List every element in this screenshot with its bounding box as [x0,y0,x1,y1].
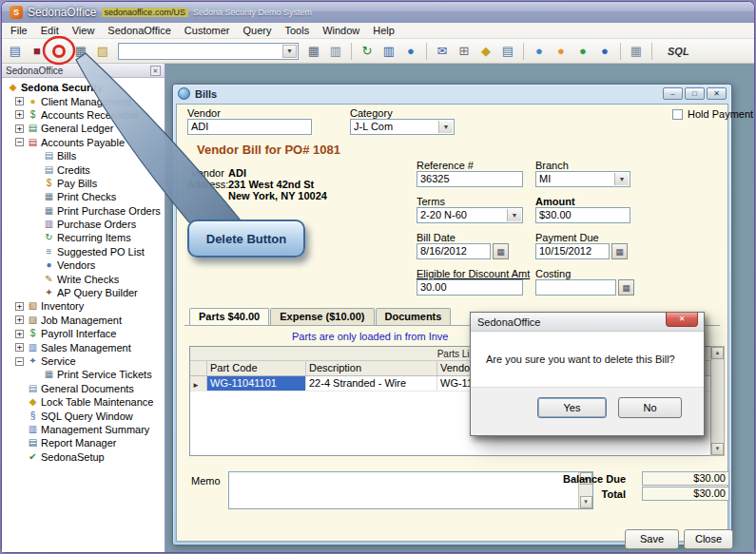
tree-item-general-documents[interactable]: ▤General Documents [2,382,165,395]
part-code-cell[interactable]: WG-11041101 [207,376,306,391]
expand-icon[interactable]: + [15,315,24,324]
menu-item-query[interactable]: Query [237,24,279,37]
expand-icon[interactable]: + [15,302,24,311]
tab-documents[interactable]: Documents [376,308,452,325]
menu-item-tools[interactable]: Tools [278,24,316,37]
tree-item-sql-query-window[interactable]: §SQL Query Window [2,409,165,422]
grid2-button[interactable]: ▦ [627,42,646,61]
printer-button[interactable]: ▦ [304,42,323,61]
hold-payment-checkbox[interactable] [672,109,683,120]
minimize-button[interactable]: – [663,87,683,100]
tree-item-lock-table-maintenance[interactable]: ◆Lock Table Maintenance [2,395,165,409]
vendor-input[interactable]: ADI [187,119,312,135]
bill-date-input[interactable]: 8/16/2012 [417,243,491,259]
collapse-icon[interactable]: − [15,357,24,366]
clock-blue-button[interactable]: ● [530,42,549,61]
maximize-button[interactable]: □ [685,87,705,100]
close-button[interactable]: Close [684,529,733,549]
bills-titlebar[interactable]: Bills – □ ✕ [173,85,731,103]
sidebar-close-icon[interactable]: ✕ [150,66,161,76]
notes-button[interactable]: ▤ [498,42,517,61]
amount-input[interactable]: $30.00 [535,207,630,223]
tree-item-credits[interactable]: ▤Credits [2,162,165,176]
tree-item-purchase-orders[interactable]: ▥Purchase Orders [2,218,165,231]
expand-icon[interactable]: + [15,343,24,352]
tree-item-payroll-interface[interactable]: +$Payroll Interface [2,327,165,340]
scroll-up-icon[interactable]: ▲ [711,347,724,359]
shield-button[interactable]: ◆ [476,42,495,61]
menu-item-sedonaoffice[interactable]: SedonaOffice [101,24,177,37]
save-button[interactable]: Save [625,529,679,549]
close-button[interactable]: ✕ [707,87,727,100]
tree-item-accounts-payable[interactable]: −▤Accounts Payable [2,136,165,149]
toolbar-combobox[interactable]: ▼ [118,43,299,60]
tree-item-sales-management[interactable]: +▥Sales Management [2,340,165,353]
tree-item-service[interactable]: −✦Service [2,354,165,368]
payment-due-input[interactable]: 10/15/2012 [535,243,610,259]
tree-item-suggested-po-list[interactable]: ≡Suggested PO List [2,245,165,258]
scroll-down-icon[interactable]: ▼ [711,443,724,455]
tab-expense[interactable]: Expense ($10.00) [270,308,374,325]
no-button[interactable]: No [618,397,682,418]
menu-item-file[interactable]: File [4,24,34,37]
category-dropdown[interactable]: J-L Com ▼ [350,119,455,135]
sql-toolbar-label[interactable]: SQL [668,46,689,57]
parts-table-scrollbar[interactable]: ▲ ▼ [710,346,725,456]
dialog-close-button[interactable]: ✕ [666,313,698,327]
menu-item-view[interactable]: View [66,24,102,37]
yes-button[interactable]: Yes [537,397,607,418]
tree-item-recurring-items[interactable]: ↻Recurring Items [2,231,165,244]
memo-input[interactable]: ▲ ▼ [228,471,593,509]
web-button[interactable]: ● [595,42,614,61]
costing-lookup-button[interactable]: ▦ [618,279,634,296]
chevron-down-icon[interactable]: ▼ [614,173,629,185]
costing-input[interactable] [535,279,616,296]
expand-icon[interactable]: + [15,124,24,133]
payment-due-calendar-button[interactable]: ▦ [611,243,628,259]
grid-button[interactable]: ▥ [326,42,345,61]
branch-dropdown[interactable]: MI ▼ [535,171,630,187]
tab-parts[interactable]: Parts $40.00 [189,308,269,325]
chevron-down-icon[interactable]: ▼ [507,209,521,221]
tree-item-accounts-receivable[interactable]: +$Accounts Receivable [2,108,165,122]
tree-item-client-management[interactable]: +●Client Management [2,94,165,107]
bill-date-calendar-button[interactable]: ▦ [493,243,509,259]
collapse-icon[interactable]: − [15,138,24,146]
tree-item-general-ledger[interactable]: +▤General Ledger [2,122,165,135]
discount-input[interactable]: 30.00 [417,279,523,296]
print-button[interactable]: ▦ [71,42,90,61]
tree-item-management-summary[interactable]: ▥Management Summary [2,423,165,436]
expand-icon[interactable]: + [15,110,24,119]
reference-input[interactable]: 36325 [417,171,523,187]
tree-item-inventory[interactable]: +▧Inventory [2,299,165,313]
tree-item-sedonasetup[interactable]: ✔SedonaSetup [2,450,165,464]
expand-icon[interactable]: + [15,330,24,338]
clock-orange-button[interactable]: ● [552,42,571,61]
globe-button[interactable]: ● [401,42,420,61]
description-cell[interactable]: 22-4 Stranded - Wire [306,376,437,391]
delete-button[interactable] [49,42,68,61]
tree-item-job-management[interactable]: +▨Job Management [2,314,165,327]
open-button[interactable]: ▨ [93,42,112,61]
menu-item-help[interactable]: Help [366,24,401,37]
mail-button[interactable]: ✉ [433,42,452,61]
tree-item-pay-bills[interactable]: $Pay Bills [2,177,165,190]
titlebar[interactable]: S SedonaOffice sedonaoffice.com/US Sedon… [2,2,754,23]
menu-item-edit[interactable]: Edit [34,24,66,37]
tree-item-print-checks[interactable]: ▦Print Checks [2,190,165,203]
chevron-down-icon[interactable]: ▼ [438,121,453,133]
tree-item-ap-query-builder[interactable]: ✦AP Query Builder [2,286,165,299]
terms-dropdown[interactable]: 2-20 N-60 ▼ [417,207,523,223]
tree-item-sedona-security[interactable]: ◆Sedona Security [2,81,165,94]
stop-button[interactable]: ■ [28,42,47,61]
tree-item-print-service-tickets[interactable]: ▦Print Service Tickets [2,368,165,381]
money-button[interactable]: ● [573,42,592,61]
menu-item-window[interactable]: Window [316,24,366,37]
table-button[interactable]: ▥ [379,42,398,61]
tree-item-report-manager[interactable]: ▤Report Manager [2,436,165,449]
expand-icon[interactable]: + [15,97,24,105]
refresh-button[interactable]: ↻ [358,42,377,61]
tree-item-write-checks[interactable]: ✎Write Checks [2,272,165,285]
chevron-down-icon[interactable]: ▼ [282,45,297,58]
tree-item-vendors[interactable]: ●Vendors [2,258,165,272]
